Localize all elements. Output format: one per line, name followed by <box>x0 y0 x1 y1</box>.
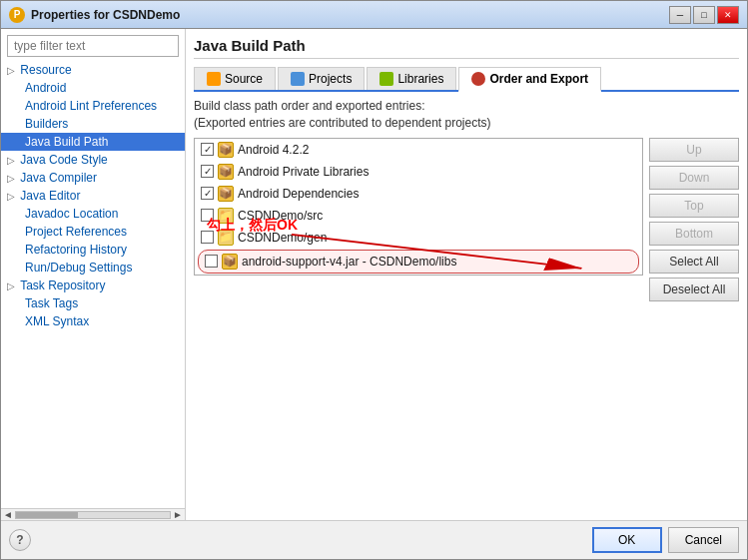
order-tab-icon <box>471 72 485 86</box>
window-icon: P <box>9 7 25 23</box>
tabs: Source Projects Libraries Order and Expo… <box>194 67 739 92</box>
sidebar-item-refactoring[interactable]: Refactoring History <box>1 241 185 259</box>
description: Build class path order and exported entr… <box>194 98 739 132</box>
sidebar-item-java-code-style[interactable]: ▷ Java Code Style <box>1 151 185 169</box>
deselect-all-button[interactable]: Deselect All <box>649 278 739 301</box>
down-button[interactable]: Down <box>649 166 739 190</box>
sidebar-tree: ▷ Resource Android Android Lint Preferen… <box>1 61 185 508</box>
entry-gen[interactable]: 📁 CSDNDemo/gen <box>195 227 642 249</box>
checkbox-private-libs[interactable] <box>201 165 214 178</box>
arrow-icon: ▷ <box>7 65 15 76</box>
checkbox-dependencies[interactable] <box>201 187 214 200</box>
tab-order-export[interactable]: Order and Export <box>458 67 601 92</box>
entries-wrapper: 📦 Android 4.2.2 📦 Android Private Librar… <box>194 138 643 512</box>
arrow-icon: ▷ <box>7 280 15 291</box>
dialog-buttons: OK Cancel <box>592 527 739 553</box>
panel-title: Java Build Path <box>194 37 739 59</box>
title-bar-left: P Properties for CSDNDemo <box>9 7 180 23</box>
sidebar-item-task-repository[interactable]: ▷ Task Repository <box>1 277 185 294</box>
sidebar-item-project-references[interactable]: Project References <box>1 223 185 241</box>
arrow-icon: ▷ <box>7 191 15 202</box>
entry-android422[interactable]: 📦 Android 4.2.2 <box>195 139 642 161</box>
scroll-track <box>15 511 171 519</box>
entry-dependencies[interactable]: 📦 Android Dependencies <box>195 183 642 205</box>
title-bar: P Properties for CSDNDemo ─ □ ✕ <box>1 1 747 29</box>
sidebar-item-resource[interactable]: ▷ Resource <box>1 61 185 79</box>
title-buttons: ─ □ ✕ <box>669 6 739 24</box>
tab-source[interactable]: Source <box>194 67 276 90</box>
arrow-icon: ▷ <box>7 155 15 166</box>
build-path-content: Build class path order and exported entr… <box>194 98 739 512</box>
main-panel: Java Build Path Source Projects Librarie… <box>186 29 747 520</box>
arrow-icon: ▷ <box>7 173 15 184</box>
tab-libraries[interactable]: Libraries <box>367 67 456 90</box>
projects-tab-icon <box>291 72 305 86</box>
minimize-button[interactable]: ─ <box>669 6 691 24</box>
up-button[interactable]: Up <box>649 138 739 162</box>
sidebar: ▷ Resource Android Android Lint Preferen… <box>1 29 186 520</box>
maximize-button[interactable]: □ <box>693 6 715 24</box>
window-title: Properties for CSDNDemo <box>31 8 180 22</box>
jar-icon: 📦 <box>218 186 234 202</box>
content-area: ▷ Resource Android Android Lint Preferen… <box>1 29 747 520</box>
close-button[interactable]: ✕ <box>717 6 739 24</box>
sidebar-item-run-debug[interactable]: Run/Debug Settings <box>1 259 185 277</box>
sidebar-item-task-tags[interactable]: Task Tags <box>1 294 185 312</box>
jar-icon: 📦 <box>218 142 234 158</box>
sidebar-item-android-lint[interactable]: Android Lint Preferences <box>1 97 185 115</box>
checkbox-src[interactable] <box>201 209 214 222</box>
checkbox-gen[interactable] <box>201 231 214 244</box>
entry-src[interactable]: 📁 CSDNDemo/src <box>195 205 642 227</box>
properties-window: P Properties for CSDNDemo ─ □ ✕ ▷ Resour… <box>0 0 748 560</box>
entries-list: 📦 Android 4.2.2 📦 Android Private Librar… <box>194 138 643 276</box>
sidebar-item-xml-syntax[interactable]: XML Syntax <box>1 312 185 330</box>
entry-private-libs[interactable]: 📦 Android Private Libraries <box>195 161 642 183</box>
libraries-tab-icon <box>379 72 393 86</box>
filter-input[interactable] <box>7 35 179 57</box>
checkbox-android422[interactable] <box>201 143 214 156</box>
checkbox-support-jar[interactable] <box>205 255 218 268</box>
top-button[interactable]: Top <box>649 194 739 218</box>
sidebar-item-builders[interactable]: Builders <box>1 115 185 133</box>
sidebar-item-javadoc[interactable]: Javadoc Location <box>1 205 185 223</box>
entry-support-jar[interactable]: 📦 android-support-v4.jar - CSDNDemo/libs <box>198 250 639 274</box>
select-all-button[interactable]: Select All <box>649 250 739 274</box>
source-tab-icon <box>207 72 221 86</box>
folder-icon: 📁 <box>218 230 234 246</box>
jar-icon: 📦 <box>218 164 234 180</box>
tab-projects[interactable]: Projects <box>278 67 365 90</box>
help-button[interactable]: ? <box>9 529 31 551</box>
sidebar-item-java-build-path[interactable]: Java Build Path <box>1 133 185 151</box>
bottom-bar: ? OK Cancel <box>1 520 747 559</box>
entries-panel: 📦 Android 4.2.2 📦 Android Private Librar… <box>194 138 739 512</box>
bottom-button[interactable]: Bottom <box>649 222 739 246</box>
folder-icon: 📁 <box>218 208 234 224</box>
sidebar-item-android[interactable]: Android <box>1 79 185 97</box>
sidebar-scrollbar: ◄ ► <box>1 508 185 520</box>
sidebar-item-java-compiler[interactable]: ▷ Java Compiler <box>1 169 185 187</box>
ok-button[interactable]: OK <box>592 527 662 553</box>
scroll-left-icon[interactable]: ◄ <box>3 509 13 520</box>
scroll-thumb <box>16 512 78 518</box>
jar-icon: 📦 <box>222 254 238 270</box>
scroll-right-icon[interactable]: ► <box>173 509 183 520</box>
side-buttons: Up Down Top Bottom Select All Deselect A… <box>649 138 739 512</box>
sidebar-item-java-editor[interactable]: ▷ Java Editor <box>1 187 185 205</box>
cancel-button[interactable]: Cancel <box>668 527 739 553</box>
